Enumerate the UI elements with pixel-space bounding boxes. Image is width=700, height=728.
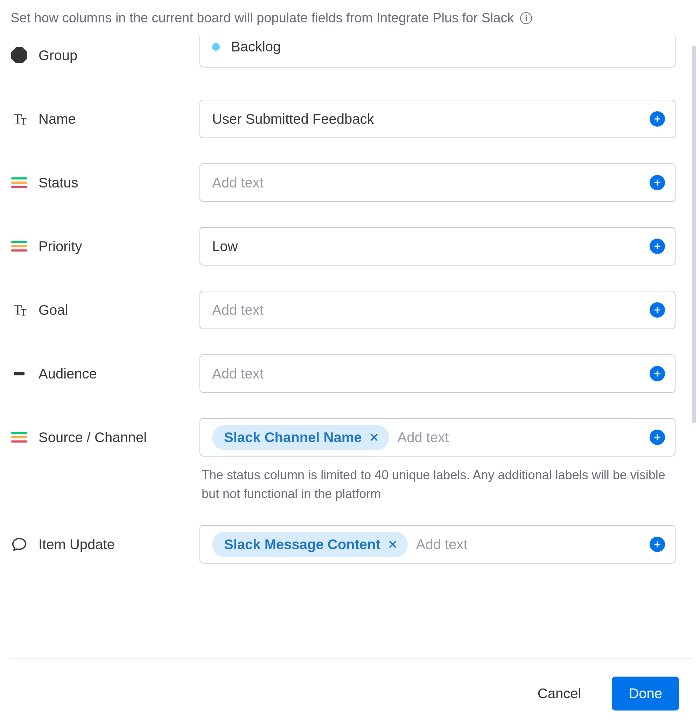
priority-input[interactable]: Low bbox=[200, 227, 675, 266]
field-label-col: Priority bbox=[10, 227, 200, 266]
field-row-source-channel: Source / Channel Slack Channel Name Add … bbox=[10, 418, 675, 503]
remove-chip-button[interactable] bbox=[370, 433, 379, 442]
done-button[interactable]: Done bbox=[612, 677, 679, 711]
text-icon: TT bbox=[10, 301, 28, 319]
field-label: Goal bbox=[39, 302, 68, 318]
chip-label: Slack Channel Name bbox=[224, 430, 362, 445]
field-label-col: Source / Channel bbox=[10, 418, 200, 456]
field-value-col: Add text bbox=[200, 291, 675, 329]
field-row-audience: Audience Add text bbox=[10, 354, 675, 393]
source-channel-input[interactable]: Slack Channel Name Add text bbox=[200, 418, 675, 456]
field-label: Status bbox=[39, 175, 78, 191]
add-token-button[interactable] bbox=[649, 430, 665, 445]
remove-chip-button[interactable] bbox=[388, 540, 397, 549]
text-icon: TT bbox=[10, 110, 28, 128]
field-value-col: Slack Message Content Add text bbox=[200, 525, 675, 563]
audience-input[interactable]: Add text bbox=[200, 354, 675, 393]
add-token-button[interactable] bbox=[649, 302, 665, 318]
header-row: Set how columns in the current board wil… bbox=[10, 10, 693, 26]
field-label-col: TT Name bbox=[10, 100, 200, 138]
chat-icon bbox=[10, 536, 28, 553]
status-icon bbox=[10, 174, 28, 191]
scrollbar-thumb[interactable] bbox=[692, 45, 696, 423]
cancel-button[interactable]: Cancel bbox=[521, 677, 598, 711]
scrollbar-track[interactable] bbox=[692, 45, 696, 423]
input-placeholder: Add text bbox=[416, 537, 641, 552]
field-value-col: Add text bbox=[200, 354, 675, 393]
input-value: User Submitted Feedback bbox=[212, 111, 641, 127]
field-label-col: Group bbox=[10, 36, 200, 75]
page: Set how columns in the current board wil… bbox=[0, 0, 700, 728]
goal-input[interactable]: Add text bbox=[200, 291, 675, 329]
chip-slack-channel-name: Slack Channel Name bbox=[212, 425, 389, 450]
add-token-button[interactable] bbox=[649, 366, 665, 381]
footer: Cancel Done bbox=[10, 659, 693, 714]
field-row-goal: TT Goal Add text bbox=[10, 291, 675, 329]
field-label-col: Audience bbox=[10, 354, 200, 393]
group-color-dot bbox=[212, 43, 220, 51]
input-placeholder: Add text bbox=[398, 430, 642, 445]
status-icon bbox=[10, 429, 28, 446]
chip-label: Slack Message Content bbox=[224, 537, 380, 552]
field-row-priority: Priority Low bbox=[10, 227, 675, 266]
field-label: Name bbox=[39, 111, 76, 127]
status-icon bbox=[10, 238, 28, 255]
field-label: Item Update bbox=[39, 537, 115, 552]
field-label-col: Item Update bbox=[10, 525, 200, 563]
field-value-col: Slack Channel Name Add text The status c… bbox=[200, 418, 675, 503]
name-input[interactable]: User Submitted Feedback bbox=[200, 100, 675, 138]
fields: Group Backlog TT Name bbox=[10, 43, 693, 563]
field-row-name: TT Name User Submitted Feedback bbox=[10, 100, 675, 138]
field-label-col: TT Goal bbox=[10, 291, 200, 329]
info-icon[interactable]: i bbox=[520, 12, 532, 24]
group-value: Backlog bbox=[231, 39, 281, 55]
field-value-col: Add text bbox=[200, 163, 675, 202]
item-update-input[interactable]: Slack Message Content Add text bbox=[200, 525, 675, 563]
input-value: Low bbox=[212, 238, 641, 254]
minus-icon bbox=[10, 365, 28, 382]
status-input[interactable]: Add text bbox=[200, 163, 675, 202]
field-row-status: Status Add text bbox=[10, 163, 675, 202]
input-placeholder: Add text bbox=[212, 366, 641, 382]
add-token-button[interactable] bbox=[649, 537, 665, 552]
field-value-col: Low bbox=[200, 227, 675, 266]
header-text: Set how columns in the current board wil… bbox=[10, 10, 514, 26]
group-icon bbox=[10, 46, 28, 64]
input-placeholder: Add text bbox=[212, 302, 641, 318]
helper-text: The status column is limited to 40 uniqu… bbox=[200, 466, 675, 503]
field-value-col: Backlog bbox=[200, 36, 675, 68]
field-label: Source / Channel bbox=[39, 430, 147, 445]
group-selector[interactable]: Backlog bbox=[200, 36, 675, 68]
field-row-group: Group Backlog bbox=[10, 36, 675, 75]
add-token-button[interactable] bbox=[649, 111, 665, 127]
field-label: Priority bbox=[39, 238, 82, 254]
field-label: Audience bbox=[39, 366, 97, 382]
field-label: Group bbox=[39, 48, 77, 63]
field-row-item-update: Item Update Slack Message Content Add te… bbox=[10, 525, 675, 563]
input-placeholder: Add text bbox=[212, 175, 641, 191]
add-token-button[interactable] bbox=[649, 238, 665, 254]
add-token-button[interactable] bbox=[649, 175, 665, 190]
field-value-col: User Submitted Feedback bbox=[200, 100, 675, 138]
field-label-col: Status bbox=[10, 163, 200, 202]
chip-slack-message-content: Slack Message Content bbox=[212, 532, 408, 557]
